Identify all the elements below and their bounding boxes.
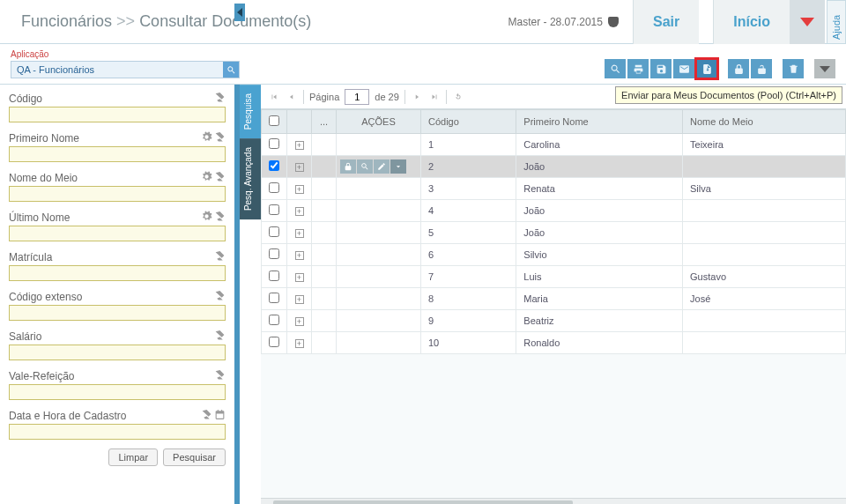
application-search-button[interactable] [223,62,239,78]
table-row[interactable]: +2João [262,156,846,178]
row-checkbox[interactable] [269,248,279,259]
col-codigo[interactable]: Código [421,110,516,134]
clear-icon[interactable] [214,92,226,105]
user-info: Master - 28.07.2015 [508,16,619,28]
search-field-input[interactable] [9,305,226,321]
row-checkbox[interactable] [269,315,279,325]
table-row[interactable]: +9Beatriz [262,310,846,332]
clear-icon[interactable] [214,211,226,224]
top-dropdown[interactable] [790,0,825,44]
inicio-button[interactable]: Início [713,0,790,44]
col-more[interactable]: ... [312,110,337,134]
clear-icon[interactable] [214,131,226,145]
clear-icon[interactable] [201,409,212,422]
ajuda-tab[interactable]: Ajuda [827,0,846,44]
table-row[interactable]: +8MariaJosé [262,288,846,310]
toolbar-search-button[interactable] [605,59,626,78]
cell-nome-do-meio [683,156,846,178]
clear-icon[interactable] [214,171,226,184]
clear-icon[interactable] [214,369,226,382]
expand-icon[interactable]: + [295,163,304,172]
search-field-input[interactable] [9,226,226,241]
table-row[interactable]: +4João [262,200,846,222]
calendar-icon[interactable] [214,409,226,422]
tab-pesq-avancada[interactable]: Pesq. Avançada [240,138,261,219]
select-all-checkbox[interactable] [269,115,279,126]
clear-icon[interactable] [214,290,226,303]
col-primeiro-nome[interactable]: Primeiro Nome [516,110,683,134]
clear-icon[interactable] [214,330,226,343]
results-grid[interactable]: ... AÇÕES Código Primeiro Nome Nome do M… [261,109,846,498]
expand-icon[interactable]: + [295,185,304,194]
application-select[interactable] [11,61,240,78]
lock-button[interactable] [340,159,356,174]
search-field-input[interactable] [9,107,226,122]
view-button[interactable] [357,159,373,174]
toolbar-send-to-pool-button[interactable] [696,59,717,78]
search-field-input[interactable] [9,265,226,281]
table-row[interactable]: +3RenataSilva [262,178,846,200]
pager-last-button[interactable] [428,91,441,103]
table-row[interactable]: +1CarolinaTeixeira [262,134,846,156]
search-field-input[interactable] [9,384,226,400]
expand-icon[interactable]: + [295,207,304,216]
pager-refresh-button[interactable] [452,91,464,103]
row-more-cell [312,156,337,178]
expand-icon[interactable]: + [295,295,304,304]
col-checkbox[interactable] [262,110,287,134]
expand-icon[interactable]: + [295,141,304,150]
search-field-input[interactable] [9,424,226,440]
sidebar-collapse-handle[interactable] [234,4,245,21]
pesquisar-button[interactable]: Pesquisar [163,448,226,466]
toolbar-delete-button[interactable] [783,59,804,78]
row-checkbox[interactable] [269,160,279,171]
edit-button[interactable] [374,159,390,174]
limpar-button[interactable]: Limpar [108,448,158,466]
toolbar-lock-button[interactable] [728,59,749,78]
toolbar-print-button[interactable] [627,59,649,78]
pager-page-input[interactable] [345,89,369,105]
row-dropdown-button[interactable] [390,159,406,174]
row-checkbox[interactable] [269,293,279,303]
scrollbar-thumb[interactable] [273,500,573,504]
pager-first-button[interactable] [268,91,280,103]
table-row[interactable]: +10Ronaldo [262,332,846,354]
breadcrumb-section[interactable]: Funcionários [21,12,112,30]
gear-icon[interactable] [201,171,212,184]
row-checkbox[interactable] [269,226,279,237]
expand-icon[interactable]: + [295,339,304,348]
expand-icon[interactable]: + [295,317,304,326]
toolbar-more-dropdown[interactable] [814,59,835,78]
gear-icon[interactable] [201,211,212,224]
clear-icon[interactable] [214,250,226,263]
row-checkbox[interactable] [269,204,279,215]
col-nome-do-meio[interactable]: Nome do Meio [683,110,846,134]
application-input[interactable] [11,61,240,78]
toolbar-mail-button[interactable] [673,59,694,78]
table-row[interactable]: +6Silvio [262,244,846,266]
row-checkbox[interactable] [269,337,279,347]
table-row[interactable]: +5João [262,222,846,244]
search-field-input[interactable] [9,345,226,360]
search-field-input[interactable] [9,186,226,202]
table-row[interactable]: +7LuisGustavo [262,266,846,288]
gear-icon[interactable] [201,131,212,145]
sair-button[interactable]: Sair [633,0,699,44]
row-checkbox[interactable] [269,138,279,149]
col-acoes[interactable]: AÇÕES [337,110,421,134]
tab-pesquisa[interactable]: Pesquisa [240,85,261,138]
expand-icon[interactable]: + [295,273,304,282]
toolbar-save-button[interactable] [650,59,672,78]
cell-nome-do-meio [683,332,846,354]
expand-icon[interactable]: + [295,229,304,238]
toolbar-unlock-button[interactable] [751,59,772,78]
pager-prev-button[interactable] [286,91,298,103]
row-more-cell [312,200,337,222]
row-checkbox[interactable] [269,182,279,193]
row-checkbox[interactable] [269,271,279,281]
expand-icon[interactable]: + [295,251,304,260]
search-field-input[interactable] [9,146,226,162]
user-icon[interactable] [608,17,619,27]
pager-next-button[interactable] [411,91,423,103]
horizontal-scrollbar[interactable] [261,498,846,504]
